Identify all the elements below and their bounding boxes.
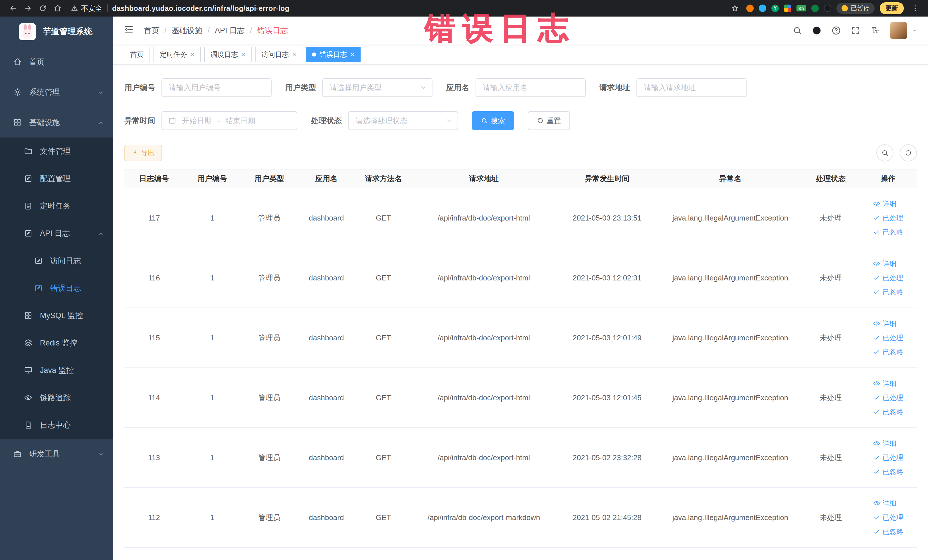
breadcrumb-item[interactable]: API 日志 [215, 25, 245, 36]
request-url-input[interactable] [636, 78, 746, 97]
ignored-link[interactable]: 已忽略 [873, 345, 903, 359]
tab-close-icon[interactable]: × [292, 51, 296, 58]
sidebar-item-infra[interactable]: 基础设施 [0, 107, 113, 137]
bookmark-star-button[interactable] [729, 2, 741, 15]
refresh-table-button[interactable] [900, 144, 917, 162]
request-url-label: 请求地址 [599, 82, 630, 93]
processed-link[interactable]: 已处理 [873, 271, 903, 285]
refresh-icon [905, 149, 912, 157]
detail-link[interactable]: 详细 [873, 197, 896, 211]
detail-link[interactable]: 详细 [873, 377, 896, 390]
extension-icon[interactable]: on [797, 5, 806, 11]
smiley-icon [841, 5, 848, 11]
extension-icon[interactable] [746, 5, 754, 12]
paused-chip[interactable]: 已暂停 [836, 3, 875, 14]
sidebar-item-config[interactable]: 配置管理 [0, 165, 113, 192]
tab-error-log[interactable]: 错误日志× [306, 47, 360, 62]
check-icon [873, 514, 881, 521]
tab-close-icon[interactable]: × [241, 51, 245, 58]
ignored-link[interactable]: 已忽略 [873, 525, 903, 539]
processed-link[interactable]: 已处理 [873, 331, 903, 345]
avatar-menu-caret[interactable] [911, 27, 918, 34]
sidebar-toggle-button[interactable] [123, 24, 134, 37]
omnibox[interactable]: 不安全 dashboard.yudao.iocoder.cn/infra/log… [71, 4, 722, 13]
sidebar-item-trace[interactable]: 链路追踪 [0, 384, 113, 411]
detail-link[interactable]: 详细 [873, 257, 896, 270]
sidebar-item-dev-tools[interactable]: 研发工具 [0, 439, 113, 469]
fullscreen-button[interactable] [851, 26, 860, 35]
folder-icon [24, 147, 32, 156]
ignored-link[interactable]: 已忽略 [873, 405, 903, 419]
extension-icon[interactable] [811, 5, 819, 12]
processed-link[interactable]: 已处理 [873, 511, 903, 524]
site-security[interactable]: 不安全 [71, 4, 102, 13]
detail-link[interactable]: 详细 [873, 436, 896, 450]
forward-icon [24, 4, 32, 12]
processed-link[interactable]: 已处理 [873, 211, 903, 225]
back-button[interactable] [7, 2, 20, 15]
app-name-input[interactable] [476, 78, 586, 97]
breadcrumb-item[interactable]: 基础设施 [172, 25, 203, 36]
cell-method: GET [355, 488, 412, 548]
exception-time-range-picker[interactable]: 开始日期 - 结束日期 [162, 111, 297, 130]
process-status-select[interactable]: 请选择处理状态 [348, 111, 458, 130]
user-id-label: 用户编号 [124, 82, 155, 93]
tab-close-icon[interactable]: × [191, 51, 195, 58]
sidebar-item-api-log[interactable]: API 日志 [0, 220, 113, 247]
sidebar-item-home[interactable]: 首页 [0, 47, 113, 77]
browser-menu-button[interactable] [909, 2, 922, 15]
extension-icon[interactable] [784, 5, 791, 12]
user-id-input[interactable] [162, 78, 272, 97]
forward-button[interactable] [22, 2, 34, 15]
eye-icon [873, 200, 881, 208]
processed-link[interactable]: 已处理 [873, 391, 903, 404]
extension-icon[interactable] [759, 5, 766, 12]
table-row: 1161管理员dashboardGET/api/infra/db-doc/exp… [124, 248, 917, 308]
question-button[interactable] [831, 26, 841, 35]
filter-user-type: 用户类型 请选择用户类型 [285, 78, 432, 97]
sidebar-item-log-center[interactable]: 日志中心 [0, 411, 113, 439]
sidebar-item-mysql[interactable]: MySQL 监控 [0, 302, 113, 329]
export-button[interactable]: 导出 [124, 145, 162, 161]
sidebar-item-redis[interactable]: Redis 监控 [0, 329, 113, 357]
sidebar-item-file[interactable]: 文件管理 [0, 137, 113, 165]
update-button[interactable]: 更新 [880, 2, 904, 14]
fontsize-button[interactable] [870, 26, 880, 35]
reset-button[interactable]: 重置 [528, 111, 570, 130]
sidebar-item-label: 文件管理 [40, 146, 71, 156]
cell-user_id: 1 [184, 188, 241, 248]
github-button[interactable] [812, 26, 821, 35]
extension-icon[interactable] [824, 5, 831, 12]
cell-app: dashboard [298, 188, 355, 248]
user-avatar[interactable] [890, 22, 907, 39]
toggle-search-button[interactable] [876, 144, 893, 162]
extension-icon[interactable]: Y [771, 5, 779, 12]
tab-job[interactable]: 定时任务× [154, 47, 201, 62]
detail-link[interactable]: 详细 [873, 317, 896, 330]
search-button[interactable]: 搜索 [472, 111, 514, 130]
tab-access-log[interactable]: 访问日志× [255, 47, 302, 62]
cell-method: GET [355, 308, 412, 368]
reload-button[interactable] [37, 2, 49, 15]
detail-link[interactable]: 详细 [873, 496, 896, 510]
ignored-link[interactable]: 已忽略 [873, 465, 903, 479]
user-type-select[interactable]: 请选择用户类型 [322, 78, 432, 97]
search-button[interactable] [792, 26, 802, 35]
column-header-status: 处理状态 [802, 169, 859, 188]
process-status-placeholder: 请选择处理状态 [356, 116, 408, 126]
tab-close-icon[interactable]: × [350, 51, 354, 58]
home-button[interactable] [51, 2, 64, 15]
processed-link[interactable]: 已处理 [873, 451, 903, 464]
ignored-link[interactable]: 已忽略 [873, 225, 903, 239]
sidebar-item-job[interactable]: 定时任务 [0, 192, 113, 220]
tab-job-log[interactable]: 调度日志× [204, 47, 252, 62]
sidebar-item-system[interactable]: 系统管理 [0, 77, 113, 107]
ignored-link[interactable]: 已忽略 [873, 285, 903, 299]
breadcrumb-item[interactable]: 首页 [144, 25, 159, 36]
sidebar-item-error-log[interactable]: 错误日志 [0, 275, 113, 302]
sidebar-item-java[interactable]: Java 监控 [0, 357, 113, 384]
cell-user_id: 1 [184, 428, 241, 488]
sidebar-item-access-log[interactable]: 访问日志 [0, 247, 113, 275]
tab-home[interactable]: 首页 [124, 47, 150, 62]
cell-url: /api/infra/db-doc/export-markdown [412, 488, 556, 548]
